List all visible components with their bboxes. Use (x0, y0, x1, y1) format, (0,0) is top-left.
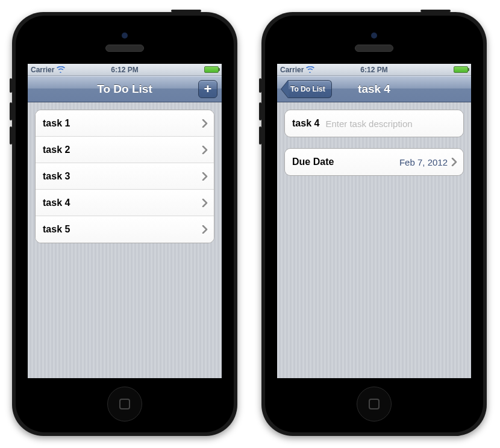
chevron-right-icon (202, 146, 208, 154)
nav-bar: To Do List + (28, 76, 222, 102)
battery-icon (204, 66, 219, 73)
task-label: task 4 (43, 198, 70, 208)
screen-detail: Carrier 6:12 PM To Do List task 4 (277, 64, 471, 378)
chevron-right-icon (451, 158, 457, 166)
earpiece-speaker (355, 45, 393, 52)
clock-label: 6:12 PM (111, 66, 138, 74)
nav-title: task 4 (358, 82, 390, 96)
due-date-label: Due Date (292, 157, 334, 167)
task-label: task 2 (43, 145, 70, 155)
carrier-label: Carrier (280, 66, 304, 74)
volume-down (259, 126, 261, 145)
description-group: task 4 (284, 110, 464, 137)
table-row[interactable]: task 3 (36, 163, 214, 190)
volume-up (259, 102, 261, 120)
task-label: task 5 (43, 224, 70, 235)
clock-label: 6:12 PM (360, 66, 387, 74)
due-date-group: Due Date Feb 7, 2012 (284, 148, 464, 176)
list-content: task 1 task 2 task 3 task 4 (28, 102, 222, 378)
phone-device-left: Carrier 6:12 PM To Do List + (12, 12, 237, 436)
task-label: task 1 (43, 118, 70, 129)
power-button (420, 10, 451, 12)
task-table: task 1 task 2 task 3 task 4 (35, 110, 214, 243)
volume-down (10, 126, 12, 145)
battery-icon (454, 66, 468, 73)
status-bar: Carrier 6:12 PM (28, 64, 222, 76)
home-button[interactable] (357, 387, 392, 422)
back-button[interactable]: To Do List (281, 80, 332, 98)
nav-title: To Do List (97, 82, 152, 96)
due-date-row[interactable]: Due Date Feb 7, 2012 (285, 149, 463, 175)
add-button[interactable]: + (198, 80, 217, 98)
chevron-right-icon (202, 225, 208, 234)
task-name-label: task 4 (292, 118, 319, 129)
wifi-icon (57, 66, 65, 73)
silent-switch (10, 78, 12, 93)
home-button[interactable] (107, 387, 142, 422)
screen-list: Carrier 6:12 PM To Do List + (28, 64, 222, 378)
table-row[interactable]: task 5 (36, 216, 214, 243)
table-row[interactable]: task 2 (36, 137, 214, 163)
detail-content: task 4 Due Date Feb 7, 2012 (277, 102, 471, 378)
phone-device-right: Carrier 6:12 PM To Do List task 4 (261, 12, 487, 436)
front-camera (122, 33, 128, 39)
home-icon (119, 399, 130, 409)
chevron-right-icon (202, 199, 208, 207)
description-row[interactable]: task 4 (285, 110, 463, 137)
front-camera (371, 33, 377, 39)
due-date-value: Feb 7, 2012 (399, 157, 448, 167)
table-row[interactable]: task 1 (36, 110, 214, 137)
volume-up (10, 102, 12, 120)
plus-icon: + (204, 81, 212, 97)
back-label: To Do List (288, 80, 332, 98)
wifi-icon (306, 66, 314, 73)
chevron-right-icon (202, 172, 208, 181)
silent-switch (259, 78, 261, 93)
task-label: task 3 (43, 171, 70, 182)
chevron-left-icon (281, 80, 289, 98)
nav-bar: To Do List task 4 (277, 76, 471, 102)
earpiece-speaker (105, 45, 144, 52)
carrier-label: Carrier (31, 66, 54, 74)
status-bar: Carrier 6:12 PM (277, 64, 471, 76)
table-row[interactable]: task 4 (36, 190, 214, 216)
power-button (171, 10, 201, 12)
chevron-right-icon (202, 119, 208, 128)
description-input[interactable] (325, 119, 457, 129)
home-icon (369, 399, 380, 409)
